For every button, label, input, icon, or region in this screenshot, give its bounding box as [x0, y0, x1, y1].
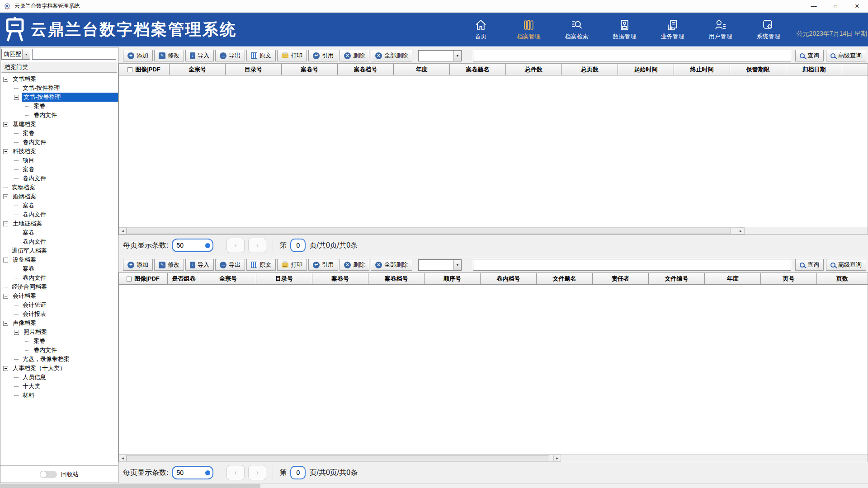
tree-item[interactable]: 卷内文件: [0, 138, 118, 147]
page-size-input[interactable]: [176, 242, 201, 249]
horizontal-scrollbar[interactable]: ◄ ►: [119, 227, 745, 235]
column-header[interactable]: 案卷号: [282, 64, 338, 75]
tree-item[interactable]: 案卷: [0, 102, 118, 111]
column-header[interactable]: 全宗号: [200, 273, 256, 284]
stepper-dot-icon[interactable]: [205, 470, 210, 475]
export-button[interactable]: 导出: [215, 50, 245, 61]
tree-item[interactable]: 会计凭证: [0, 300, 118, 310]
column-header[interactable]: 图像|PDF: [119, 64, 170, 75]
tree-item[interactable]: 科技档案: [0, 147, 118, 156]
delete-all-button[interactable]: 全部删除: [371, 50, 412, 61]
column-header[interactable]: 图像|PDF: [119, 273, 168, 284]
column-header[interactable]: 总件数: [506, 64, 562, 75]
collapse-icon[interactable]: [3, 149, 8, 154]
nav-item-data-management[interactable]: 数据管理: [609, 19, 640, 41]
scroll-left-icon[interactable]: ◄: [119, 455, 127, 462]
match-mode-select[interactable]: 前匹配 ▼: [1, 49, 30, 60]
import-button[interactable]: 导入: [185, 50, 214, 61]
tree-item[interactable]: 卷内文件: [0, 346, 118, 355]
tree-item[interactable]: 卷内文件: [0, 237, 118, 246]
tree-item[interactable]: 案卷: [0, 337, 118, 346]
import-button[interactable]: 导入: [185, 259, 214, 271]
column-header[interactable]: 责任者: [593, 273, 649, 284]
column-header[interactable]: 目录号: [226, 64, 282, 75]
tree-item[interactable]: 退伍军人档案: [0, 246, 118, 255]
scroll-left-icon[interactable]: ◄: [119, 227, 127, 235]
nav-item-home[interactable]: 首页: [466, 19, 496, 41]
export-button[interactable]: 导出: [215, 259, 245, 271]
column-header[interactable]: 页号: [761, 273, 817, 284]
scrollbar-thumb[interactable]: [127, 228, 731, 234]
select-all-checkbox[interactable]: [127, 277, 132, 282]
tree-item[interactable]: 土地证档案: [0, 219, 118, 228]
edit-button[interactable]: 修改: [154, 50, 184, 61]
collapse-icon[interactable]: [14, 95, 19, 100]
window-horizontal-scrollbar[interactable]: [0, 483, 868, 488]
collapse-icon[interactable]: [3, 366, 8, 371]
recycle-bin-toggle[interactable]: [40, 471, 57, 478]
nav-item-business-management[interactable]: 业务管理: [657, 19, 688, 41]
tree-item[interactable]: 基建档案: [0, 120, 118, 129]
tree-item[interactable]: 案卷: [0, 264, 118, 273]
collapse-icon[interactable]: [3, 77, 8, 82]
cite-button[interactable]: 引用: [308, 259, 338, 271]
stepper-dot-icon[interactable]: [205, 243, 210, 248]
column-header[interactable]: 年度: [705, 273, 761, 284]
delete-button[interactable]: 删除: [340, 259, 369, 271]
query-button[interactable]: 查询: [795, 50, 824, 61]
delete-button[interactable]: 删除: [340, 50, 369, 61]
tree-item[interactable]: 案卷: [0, 129, 118, 138]
next-page-button[interactable]: ›: [248, 238, 266, 253]
tree-item[interactable]: 卷内文件: [0, 111, 118, 120]
tree-item[interactable]: 项目: [0, 156, 118, 165]
scrollbar-track[interactable]: [127, 227, 737, 235]
column-header[interactable]: 案卷号: [312, 273, 368, 284]
collapse-icon[interactable]: [3, 321, 8, 326]
collapse-icon[interactable]: [3, 294, 8, 299]
advanced-query-button[interactable]: 高级查询: [826, 259, 866, 271]
tree-item[interactable]: 会计报表: [0, 310, 118, 319]
collapse-icon[interactable]: [3, 122, 8, 127]
tree-item[interactable]: 光盘，录像带档案: [0, 355, 118, 364]
minimize-button[interactable]: —: [803, 0, 825, 12]
page-size-input[interactable]: [176, 469, 201, 476]
maximize-button[interactable]: □: [825, 0, 846, 12]
column-header[interactable]: 案卷题名: [450, 64, 506, 75]
tree-item[interactable]: 卷内文件: [0, 174, 118, 183]
prev-page-button[interactable]: ‹: [226, 238, 245, 253]
horizontal-scrollbar[interactable]: ◄ ►: [119, 455, 561, 462]
nav-item-system-management[interactable]: 系统管理: [753, 19, 784, 41]
column-header[interactable]: 起始时间: [618, 64, 674, 75]
scroll-right-icon[interactable]: ►: [737, 227, 745, 235]
nav-item-archive-management[interactable]: 档案管理: [514, 19, 544, 41]
column-header[interactable]: 终止时间: [674, 64, 730, 75]
scroll-right-icon[interactable]: ►: [553, 455, 561, 462]
collapse-icon[interactable]: [3, 258, 8, 263]
print-button[interactable]: 打印: [277, 50, 307, 61]
tree-item[interactable]: 卷内文件: [0, 210, 118, 219]
cite-button[interactable]: 引用: [308, 50, 338, 61]
column-header[interactable]: 归档日期: [786, 64, 842, 75]
tree-item[interactable]: 设备档案: [0, 255, 118, 264]
tree-item[interactable]: 十大类: [0, 382, 118, 391]
search-field-select[interactable]: ▼: [418, 259, 462, 271]
tree-item[interactable]: 案卷: [0, 165, 118, 174]
next-page-button[interactable]: ›: [248, 465, 266, 480]
tree-item[interactable]: 声像档案: [0, 319, 118, 328]
column-header[interactable]: 全宗号: [170, 64, 226, 75]
delete-all-button[interactable]: 全部删除: [371, 259, 412, 271]
close-button[interactable]: ✕: [846, 0, 868, 12]
column-header[interactable]: 文件题名: [537, 273, 593, 284]
original-doc-button[interactable]: 原文: [246, 259, 276, 271]
tree-item[interactable]: 案卷: [0, 201, 118, 210]
column-header[interactable]: 顺序号: [425, 273, 481, 284]
tree-item[interactable]: 经济合同档案: [0, 282, 118, 291]
prev-page-button[interactable]: ‹: [226, 465, 245, 480]
file-table-body[interactable]: [119, 285, 868, 454]
tree-item-selected[interactable]: 文书-按卷整理: [0, 93, 118, 102]
tree-item[interactable]: 婚姻档案: [0, 192, 118, 201]
scrollbar-thumb[interactable]: [127, 455, 549, 461]
column-header[interactable]: 卷内档号: [481, 273, 537, 284]
query-button[interactable]: 查询: [795, 259, 824, 271]
collapse-icon[interactable]: [3, 221, 8, 226]
